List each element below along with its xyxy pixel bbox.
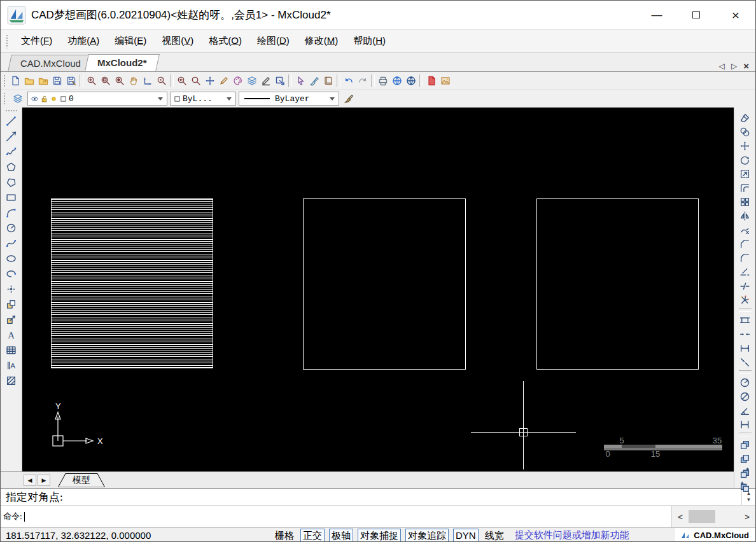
extend-icon[interactable]	[738, 265, 753, 279]
square-entity[interactable]	[536, 198, 699, 370]
toggle-极轴[interactable]: 极轴	[329, 529, 353, 542]
toggle-正交[interactable]: 正交	[300, 529, 325, 542]
draw-polygon-icon[interactable]	[4, 159, 19, 174]
zoom-window-icon[interactable]	[99, 74, 113, 88]
draw-point-icon[interactable]	[4, 281, 19, 296]
open-cloud-drawing-icon[interactable]	[36, 74, 50, 88]
cloud-sync-icon[interactable]	[390, 74, 404, 88]
toggle-栅格[interactable]: 栅格	[273, 529, 296, 541]
menu-o[interactable]: 格式(O)	[201, 32, 249, 50]
menu-m[interactable]: 修改(M)	[297, 32, 346, 50]
draw-pencil-icon[interactable]	[217, 74, 231, 88]
horizontal-scrollbar[interactable]: < >	[671, 506, 755, 527]
match-properties-icon[interactable]	[342, 92, 356, 106]
color-palette-icon[interactable]	[231, 74, 245, 88]
dim-diameter-icon[interactable]	[738, 389, 753, 403]
stretch-icon[interactable]	[738, 355, 753, 369]
scroll-left-icon[interactable]: <	[672, 512, 689, 522]
pan-icon[interactable]	[127, 74, 141, 88]
drawing-canvas[interactable]: Y X 5 35 0 15	[22, 108, 735, 471]
hatched-square-entity[interactable]	[51, 198, 213, 368]
measure-icon[interactable]	[738, 341, 753, 355]
draworder-back-icon[interactable]	[738, 452, 753, 466]
erase-icon[interactable]	[738, 111, 753, 125]
draw-rectangle-icon[interactable]	[4, 190, 19, 205]
zoom-extents-icon[interactable]	[113, 74, 127, 88]
draw-ellipse-icon[interactable]	[4, 251, 19, 266]
trim-icon[interactable]	[738, 223, 753, 237]
join-icon[interactable]	[738, 327, 753, 341]
draworder-above-icon[interactable]	[738, 466, 753, 480]
offset-icon[interactable]	[738, 181, 753, 195]
cloud-share-icon[interactable]	[404, 74, 418, 88]
model-tab[interactable]: 模型	[58, 473, 105, 487]
layer-select[interactable]: 0	[27, 92, 167, 106]
block-library-icon[interactable]	[321, 74, 335, 88]
move-icon[interactable]	[738, 139, 753, 153]
command-input[interactable]: 命令:	[1, 506, 671, 527]
scroll-right-icon[interactable]: >	[739, 512, 755, 522]
draw-arc-icon[interactable]	[4, 205, 19, 220]
tab-cad-mxcloud[interactable]: CAD.MxCloud	[8, 55, 94, 71]
layout-prev-button[interactable]: ◀	[24, 475, 36, 486]
dim-angular-icon[interactable]	[738, 403, 753, 417]
dim-radius-icon[interactable]	[738, 375, 753, 389]
toggle-对象捕捉[interactable]: 对象捕捉	[358, 529, 401, 542]
redo-icon[interactable]	[356, 74, 370, 88]
save-as-icon[interactable]	[64, 74, 78, 88]
open-drawing-icon[interactable]	[22, 74, 36, 88]
print-icon[interactable]	[376, 74, 390, 88]
draw-polygon-irregular-icon[interactable]	[4, 174, 19, 190]
insert-image-icon[interactable]	[438, 74, 452, 88]
draw-spline-icon[interactable]	[4, 235, 19, 251]
toggle-dyn[interactable]: DYN	[453, 529, 479, 542]
draw-text-icon[interactable]: A	[4, 327, 19, 342]
rotate-icon[interactable]	[738, 153, 753, 167]
zoom-center-icon[interactable]	[155, 74, 169, 88]
new-document-icon[interactable]	[8, 74, 22, 88]
tab-prev-icon[interactable]: ◁	[719, 62, 725, 71]
tab-mxcloud2[interactable]: MxCloud2*	[85, 54, 159, 71]
undo-icon[interactable]	[342, 74, 356, 88]
feedback-link[interactable]: 提交软件问题或增加新功能	[515, 529, 629, 541]
explode-icon[interactable]	[738, 293, 753, 307]
mirror-icon[interactable]	[738, 209, 753, 223]
lineweight-icon[interactable]	[259, 74, 273, 88]
fillet-icon[interactable]	[738, 251, 753, 265]
layer-list-icon[interactable]	[245, 74, 259, 88]
zoom-previous-icon[interactable]	[175, 74, 189, 88]
draw-polyline-icon[interactable]	[4, 144, 19, 159]
menu-a[interactable]: 功能(A)	[60, 32, 107, 50]
draworder-below-icon[interactable]	[738, 480, 753, 494]
draw-circle-icon[interactable]	[4, 220, 19, 235]
linetype-select[interactable]: ByLayer	[239, 92, 339, 106]
draw-table-icon[interactable]	[4, 342, 19, 358]
color-select[interactable]: ByL...	[170, 92, 236, 106]
draw-line-icon[interactable]	[4, 113, 19, 129]
chamfer-icon[interactable]	[738, 237, 753, 251]
square-entity[interactable]	[303, 198, 466, 370]
draw-xline-icon[interactable]	[4, 129, 19, 144]
menu-h[interactable]: 帮助(H)	[346, 32, 393, 50]
export-view-icon[interactable]	[273, 74, 287, 88]
minimize-button[interactable]: —	[637, 1, 676, 29]
toggle-线宽[interactable]: 线宽	[483, 529, 506, 541]
layout-next-button[interactable]: ▶	[38, 475, 50, 486]
ucs-icon[interactable]	[141, 74, 155, 88]
draw-vertical-text-icon[interactable]: A	[4, 358, 19, 373]
zoom-scale-icon[interactable]	[189, 74, 203, 88]
layer-manager-icon[interactable]	[11, 92, 25, 106]
frame-select-icon[interactable]	[738, 313, 753, 327]
create-block-icon[interactable]	[4, 312, 19, 327]
pdf-export-icon[interactable]	[424, 74, 438, 88]
break-icon[interactable]	[738, 279, 753, 293]
selection-filter-icon[interactable]	[293, 74, 307, 88]
insert-block-icon[interactable]	[4, 296, 19, 312]
scrollbar-thumb[interactable]	[689, 510, 715, 523]
toggle-对象追踪[interactable]: 对象追踪	[405, 529, 449, 542]
close-button[interactable]: ×	[716, 1, 755, 29]
save-icon[interactable]	[50, 74, 64, 88]
draw-hatch-icon[interactable]	[4, 373, 19, 388]
menu-e[interactable]: 编辑(E)	[107, 32, 154, 50]
quick-select-icon[interactable]	[307, 74, 321, 88]
